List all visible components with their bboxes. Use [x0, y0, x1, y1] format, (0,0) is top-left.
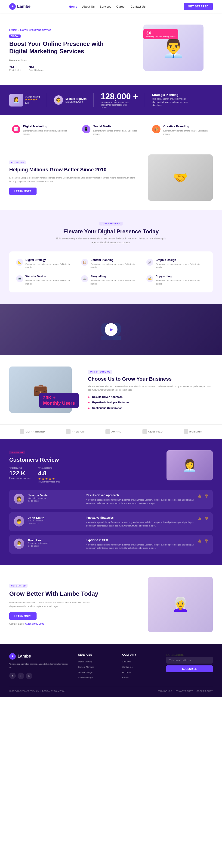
choose-item-3: Continuous Optimization [88, 406, 213, 410]
footer-desc: Tempus congue tellus semper sapien tellu… [9, 662, 71, 670]
breadcrumb: LAMBE › DIGITAL MARKETING SERVICE [9, 29, 116, 31]
review-item-3: 👨‍💼 Ryan Lee E-commerce Manager 04-10-20… [9, 535, 213, 554]
reviewer-3-avatar: 👨‍💼 [14, 538, 24, 549]
person-avatar: 👨 [54, 95, 63, 105]
subscribe-email-input[interactable] [166, 657, 213, 663]
hero-image-area: 3X marketing ROI after working with us 👨… [143, 25, 213, 75]
footer-graphic-design-link[interactable]: Graphic Design [78, 671, 92, 674]
footer-subscribe-col: SUBSCRIBE SUBSCRIBE [166, 653, 213, 679]
thumbs-down-icon[interactable]: 👎 [204, 494, 208, 498]
services-section: OUR SERVICES Elevate Your Digital Presen… [0, 210, 222, 304]
video-section: 👥 [0, 304, 222, 355]
purple-banner: 👩‍💼 Google Rating ★★★★★ 4.8 👨 Michael Ng… [0, 85, 222, 115]
nav-contact[interactable]: Contact Us [131, 5, 145, 8]
grow-image: 👩‍🦳 [148, 577, 213, 632]
footer-link-item: Contact Us [122, 665, 159, 669]
footer-website-design-link[interactable]: Website Design [78, 677, 93, 679]
review-item-1: 👩 Jessica Davis Marketing Manager 04-10-… [9, 490, 213, 509]
footer-contact-link[interactable]: Contact Us [122, 666, 133, 668]
footer-company-links: About Us Contact Us Our Team Career [122, 660, 159, 679]
hero-badge: 3X marketing ROI after working with us [143, 29, 178, 39]
cookie-link[interactable]: COOKIE POLICY [196, 690, 213, 692]
choose-title: Choose Us to Grow Your Business [88, 376, 213, 382]
thumbs-down-icon[interactable]: 👎 [204, 517, 208, 520]
grow-title: Grow Better With Lambe Today [9, 590, 139, 598]
about-content: ABOUT US Helping Millions Grow Better Si… [9, 160, 139, 195]
choose-text: Placerat sed ante tellus arcu. Placerat … [88, 385, 213, 392]
play-button[interactable] [105, 323, 117, 336]
reviews-section: TESTIMONY Customers Review Total Reviews… [0, 439, 222, 565]
choose-item-2: Expertise in Multiple Platforms [88, 401, 213, 404]
person-info: Michael Nguyen Marketing Expert [66, 97, 86, 103]
copyright-text: © COPYRIGHT 2023 PREMIUM | DESIGN BY TOL… [9, 690, 65, 692]
review-3-actions[interactable]: 👍 👎 [197, 538, 208, 543]
video-overlay [0, 304, 222, 355]
review-2-actions[interactable]: 👍 👎 [197, 516, 208, 520]
instagram-icon[interactable]: ◎ [26, 673, 32, 679]
services-subtitle: Et id laoreet volutpat elementum venenat… [53, 237, 169, 245]
footer-career-link[interactable]: Career [122, 677, 128, 679]
about-section: ABOUT US Helping Millions Grow Better Si… [0, 145, 222, 210]
person-card: 👨 Michael Nguyen Marketing Expert [54, 95, 86, 105]
thumbs-up-icon[interactable]: 👍 [197, 539, 201, 543]
get-started-button[interactable]: GET STARTED [184, 3, 213, 10]
footer-legal-links: TERM OF USE PRIVACY POLICY COOKIE POLICY [158, 690, 213, 692]
footer-brand: Lambe Tempus congue tellus semper sapien… [9, 653, 71, 679]
rating-value: 4.8 [25, 101, 40, 105]
footer-about-link[interactable]: About Us [122, 660, 131, 663]
review-3-content: Expertise in SEO A arcu quis eget adipis… [86, 538, 194, 550]
avg-rating-stat: Average Rating 4.8 ★★★★★ Pulvinar commod… [38, 467, 60, 483]
service-item-5: 📖 StorytellingElementum venenatis ornare… [81, 275, 141, 286]
footer-link-item: Graphic Design [78, 670, 115, 674]
graphic-icon: 🖼 [146, 259, 153, 266]
contact-phone-link[interactable]: +1 (555) 000-0000 [25, 623, 44, 625]
footer-services-links: Digital Strategy Content Planning Graphi… [78, 660, 115, 679]
storytelling-icon: 📖 [81, 275, 88, 282]
footer-link-item: About Us [122, 660, 159, 663]
review-2-content: Innovative Strategies A arcu quis eget a… [86, 516, 194, 527]
grow-learn-button[interactable]: LEARN MORE [9, 612, 37, 620]
divider3 [145, 93, 145, 107]
copywriting-icon: ✍️ [146, 275, 153, 282]
logo-icon [9, 3, 16, 10]
nav-career[interactable]: Career [116, 5, 125, 8]
hero-content: LAMBE › DIGITAL MARKETING SERVICE DIGITA… [9, 29, 116, 71]
thumbs-down-icon[interactable]: 👎 [204, 539, 208, 543]
reviews-title: Customers Review [9, 457, 60, 463]
stat-monthly: 7M + Monthly Visits [9, 65, 22, 71]
facebook-icon[interactable]: f [17, 673, 24, 679]
brand-premium: PREMIUM [66, 429, 84, 434]
service-item-2: 📋 Content PlanningElementum venenatis or… [81, 258, 141, 269]
services-tag: OUR SERVICES [100, 222, 122, 225]
thumbs-up-icon[interactable]: 👍 [197, 517, 201, 520]
creative-branding-icon: 🎨 [152, 125, 160, 133]
learn-more-button[interactable]: LEARN MORE [9, 188, 37, 195]
service-digital-marketing: 📊 Digital Marketing Elementum venenatis … [12, 125, 70, 136]
footer-subscribe-form: SUBSCRIBE [166, 657, 213, 672]
footer-digital-strategy-link[interactable]: Digital Strategy [78, 660, 92, 663]
grow-section: GET STARTED Grow Better With Lambe Today… [0, 565, 222, 644]
terms-link[interactable]: TERM OF USE [158, 690, 172, 692]
divider [47, 93, 47, 107]
thumbs-up-icon[interactable]: 👍 [197, 494, 201, 498]
nav-home[interactable]: Home [69, 5, 77, 8]
footer-content-planning-link[interactable]: Content Planning [78, 666, 94, 668]
grow-contact: Contact Sales: +1 (555) 000-0000 [9, 623, 139, 625]
service-item-6: ✍️ CopywritingElementum venenatis ornare… [146, 275, 206, 286]
choose-section: 💼 20K + Monthly Users WHY CHOOSE US Choo… [0, 355, 222, 424]
nav-about[interactable]: About Us [82, 5, 95, 8]
reviews-header-left: TESTIMONY Customers Review Total Reviews… [9, 450, 60, 483]
reviews-image: 👩‍💼 [166, 450, 213, 480]
nav-services[interactable]: Services [100, 5, 111, 8]
privacy-link[interactable]: PRIVACY POLICY [176, 690, 193, 692]
service-social-text: Social Media Elementum venenatis ornare … [93, 125, 140, 136]
brand-ultra: ULTRA BRAND [20, 429, 45, 434]
subscribe-button[interactable]: SUBSCRIBE [166, 665, 213, 672]
hero-title: Boost Your Online Presence with Digital … [9, 40, 116, 55]
brand-certified: CERTIFIED [143, 429, 163, 434]
strategy-icon: 📐 [16, 259, 23, 266]
footer-team-link[interactable]: Our Team [122, 671, 131, 674]
twitter-icon[interactable]: 𝕏 [9, 673, 16, 679]
reviewer-1-info: Jessica Davis Marketing Manager 04-10-20… [28, 494, 82, 502]
review-1-actions[interactable]: 👍 👎 [197, 494, 208, 498]
